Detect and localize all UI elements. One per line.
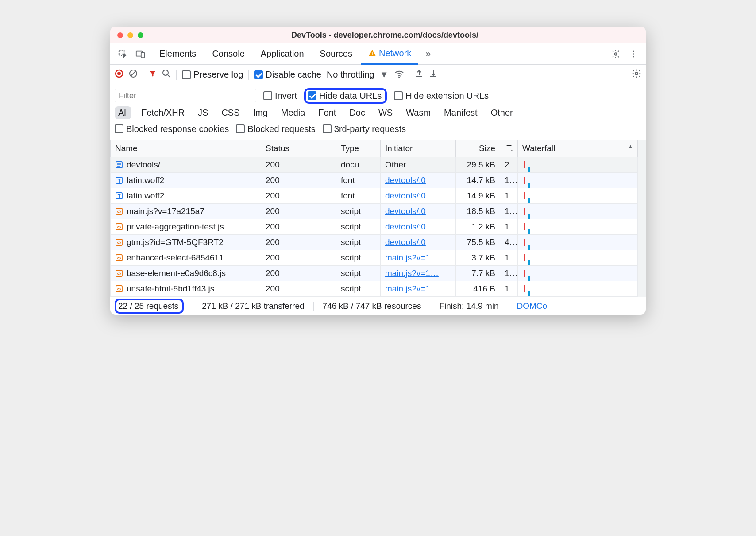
col-time[interactable]: T.	[500, 140, 518, 157]
request-time: 4..	[500, 235, 518, 250]
filter-all[interactable]: All	[115, 106, 131, 119]
request-initiator[interactable]: devtools/:0	[385, 191, 426, 200]
request-size: 75.5 kB	[456, 235, 500, 250]
resource-type-filter: All Fetch/XHR JS CSS Img Media Font Doc …	[115, 106, 641, 119]
table-row[interactable]: <>base-element-e0a9d6c8.js200scriptmain.…	[111, 266, 638, 281]
filter-fetchxhr[interactable]: Fetch/XHR	[138, 106, 188, 119]
network-settings-icon[interactable]	[632, 69, 641, 81]
col-waterfall[interactable]: Waterfall ▲	[518, 140, 638, 157]
tab-sources[interactable]: Sources	[313, 43, 359, 65]
vertical-scrollbar[interactable]	[638, 140, 646, 297]
request-type: docu…	[336, 157, 381, 173]
filter-css[interactable]: CSS	[218, 106, 243, 119]
request-initiator[interactable]: main.js?v=1…	[385, 284, 439, 293]
request-initiator[interactable]: main.js?v=1…	[385, 268, 439, 278]
col-status[interactable]: Status	[261, 140, 336, 157]
kebab-menu-icon[interactable]	[625, 46, 641, 62]
filter-wasm[interactable]: Wasm	[402, 106, 434, 119]
tab-elements[interactable]: Elements	[152, 43, 203, 65]
request-name: devtools/	[127, 160, 160, 170]
request-status: 200	[261, 219, 336, 235]
filter-input[interactable]	[115, 89, 256, 102]
svg-point-6	[633, 50, 634, 52]
zoom-window-button[interactable]	[138, 32, 143, 38]
hide-extension-urls-checkbox[interactable]: Hide extension URLs	[394, 91, 489, 101]
request-initiator[interactable]: devtools/:0	[385, 206, 426, 216]
request-size: 1.2 kB	[456, 219, 500, 235]
table-row[interactable]: <>gtm.js?id=GTM-5QF3RT2200scriptdevtools…	[111, 235, 638, 250]
request-time: 1..	[500, 266, 518, 281]
filter-media[interactable]: Media	[278, 106, 309, 119]
device-toolbar-icon[interactable]	[132, 46, 148, 62]
request-size: 416 B	[456, 281, 500, 297]
search-icon[interactable]	[162, 69, 171, 80]
file-type-icon: <>	[115, 207, 123, 215]
col-initiator[interactable]: Initiator	[381, 140, 456, 157]
settings-icon[interactable]	[608, 46, 624, 62]
svg-point-13	[163, 70, 168, 75]
throttling-select[interactable]: No throttling	[327, 70, 374, 80]
tab-strip: Elements Console Application Sources Net…	[110, 43, 646, 65]
file-type-icon: <>	[115, 254, 123, 262]
table-row[interactable]: <>unsafe-html-5bd1ff43.js200scriptmain.j…	[111, 281, 638, 297]
close-window-button[interactable]	[117, 32, 123, 38]
filter-js[interactable]: JS	[194, 106, 212, 119]
filter-doc[interactable]: Doc	[346, 106, 369, 119]
minimize-window-button[interactable]	[127, 32, 133, 38]
request-initiator[interactable]: main.js?v=1…	[385, 253, 439, 262]
table-row[interactable]: Tlatin.woff2200fontdevtools/:014.9 kB1..	[111, 188, 638, 204]
record-button[interactable]	[115, 69, 123, 80]
file-type-icon: <>	[115, 285, 123, 293]
finish-time: Finish: 14.9 min	[439, 301, 498, 311]
hide-data-urls-checkbox[interactable]: Hide data URLs	[308, 91, 382, 101]
network-conditions-icon[interactable]	[394, 69, 404, 81]
tab-network[interactable]: Network	[361, 43, 418, 65]
waterfall-cell	[518, 235, 638, 250]
network-toolbar: Preserve log Disable cache No throttling…	[110, 65, 646, 85]
svg-text:T: T	[118, 194, 121, 199]
request-name: enhanced-select-6854611…	[127, 253, 232, 263]
invert-checkbox[interactable]: Invert	[263, 91, 297, 101]
export-har-icon[interactable]	[415, 69, 424, 80]
tab-application[interactable]: Application	[254, 43, 311, 65]
table-row[interactable]: Tlatin.woff2200fontdevtools/:014.7 kB1..	[111, 173, 638, 188]
clear-button[interactable]	[129, 69, 138, 80]
domcontentloaded-link[interactable]: DOMCo	[517, 301, 548, 311]
svg-line-12	[131, 71, 136, 76]
preserve-log-checkbox[interactable]: Preserve log	[182, 70, 243, 80]
filter-toggle-icon[interactable]	[149, 70, 157, 80]
disable-cache-checkbox[interactable]: Disable cache	[254, 70, 321, 80]
blocked-requests-checkbox[interactable]: Blocked requests	[236, 124, 315, 134]
blocked-response-cookies-checkbox[interactable]: Blocked response cookies	[115, 124, 229, 134]
request-time: 1..	[500, 250, 518, 266]
tab-console[interactable]: Console	[205, 43, 251, 65]
inspect-icon[interactable]	[115, 46, 131, 62]
warning-icon	[368, 49, 376, 57]
table-row[interactable]: <>enhanced-select-6854611…200scriptmain.…	[111, 250, 638, 266]
col-size[interactable]: Size	[456, 140, 500, 157]
col-name[interactable]: Name	[111, 140, 261, 157]
request-name: main.js?v=17a215a7	[127, 206, 204, 216]
filter-other[interactable]: Other	[487, 106, 517, 119]
filter-font[interactable]: Font	[315, 106, 339, 119]
filter-img[interactable]: Img	[250, 106, 271, 119]
filter-ws[interactable]: WS	[375, 106, 396, 119]
table-row[interactable]: <>main.js?v=17a215a7200scriptdevtools/:0…	[111, 204, 638, 219]
import-har-icon[interactable]	[429, 69, 438, 80]
throttling-dropdown-icon[interactable]: ▼	[380, 70, 389, 80]
window-controls	[110, 32, 150, 38]
more-tabs-icon[interactable]: »	[420, 46, 436, 62]
table-row[interactable]: <>private-aggregation-test.js200scriptde…	[111, 219, 638, 235]
request-type: script	[336, 250, 381, 266]
col-type[interactable]: Type	[336, 140, 381, 157]
svg-point-5	[614, 53, 617, 55]
filter-manifest[interactable]: Manifest	[440, 106, 481, 119]
third-party-requests-checkbox[interactable]: 3rd-party requests	[323, 124, 406, 134]
table-row[interactable]: devtools/200docu…Other29.5 kB2..	[111, 157, 638, 173]
request-initiator[interactable]: devtools/:0	[385, 175, 426, 185]
request-time: 1..	[500, 173, 518, 188]
request-initiator[interactable]: devtools/:0	[385, 222, 426, 231]
request-initiator[interactable]: devtools/:0	[385, 237, 426, 247]
file-type-icon: <>	[115, 269, 123, 277]
svg-rect-2	[141, 52, 144, 58]
